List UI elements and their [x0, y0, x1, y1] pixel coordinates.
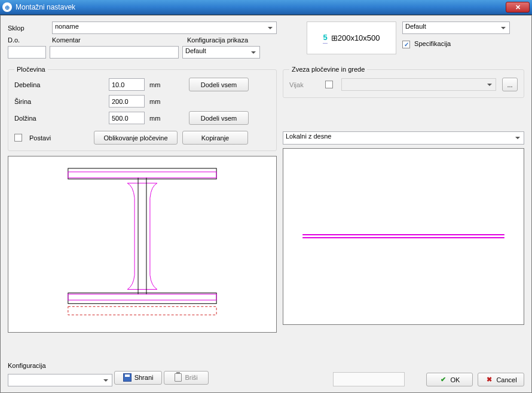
- sklop-combo[interactable]: noname: [52, 22, 277, 34]
- konfig-label: Konfiguracija: [8, 362, 229, 369]
- side-canvas: [283, 148, 524, 325]
- do-input[interactable]: [8, 46, 46, 59]
- debelina-input[interactable]: [109, 78, 145, 91]
- sirina-input[interactable]: [109, 95, 145, 108]
- status-box: [333, 372, 405, 386]
- close-button[interactable]: ✕: [506, 2, 530, 13]
- ok-button[interactable]: ✔ OK: [426, 373, 473, 386]
- shrani-button[interactable]: Shrani: [114, 371, 162, 385]
- app-icon: ⊕: [2, 2, 12, 12]
- spec-label: Specifikacija: [414, 40, 451, 47]
- svg-rect-2: [68, 172, 216, 178]
- dolzina-input[interactable]: [109, 112, 145, 124]
- oblikovanje-button[interactable]: Oblikovanje pločevine: [94, 131, 178, 145]
- dodeli-vsem-1-button[interactable]: Dodeli vsem: [189, 78, 249, 91]
- vijak-label: Vijak: [289, 81, 319, 88]
- plocevina-group: Pločevina Debelina mm Dodeli vsem Širina…: [8, 66, 277, 151]
- svg-rect-1: [68, 293, 216, 303]
- dolzina-label: Dolžina: [14, 115, 104, 122]
- kopiranje-button[interactable]: Kopiranje: [182, 131, 248, 145]
- trash-icon: [175, 373, 182, 382]
- preview-box: 5 ⊞200x10x500: [307, 22, 396, 54]
- window-title: Montažni nastavek: [16, 3, 506, 11]
- konfig-combo[interactable]: [8, 374, 112, 386]
- vijak-combo: [341, 78, 496, 91]
- section-canvas: [8, 156, 277, 333]
- do-label: D.o.: [8, 36, 48, 44]
- brisi-button[interactable]: Briši: [164, 371, 209, 385]
- sirina-unit: mm: [149, 98, 167, 105]
- dodeli-vsem-2-button[interactable]: Dodeli vsem: [189, 111, 249, 125]
- check-icon: ✔: [439, 376, 448, 384]
- dolzina-unit: mm: [149, 115, 167, 122]
- vijak-more-button[interactable]: ...: [502, 78, 518, 91]
- sirina-label: Širina: [14, 98, 104, 105]
- konfig-prikaza-combo[interactable]: Default: [182, 46, 260, 59]
- postavi-checkbox[interactable]: [14, 134, 22, 142]
- svg-rect-0: [68, 168, 216, 179]
- konfig-prikaza-label: Konfiguracija prikaza: [187, 36, 248, 44]
- cancel-button[interactable]: ✖ Cancel: [478, 373, 524, 386]
- debelina-unit: mm: [149, 81, 167, 88]
- cancel-icon: ✖: [485, 376, 493, 384]
- spec-checkbox[interactable]: [402, 41, 410, 48]
- komentar-input[interactable]: [50, 46, 179, 59]
- postavi-label: Postavi: [29, 134, 89, 142]
- save-icon: [123, 373, 132, 382]
- svg-rect-3: [68, 294, 216, 300]
- preview-index: 5: [323, 33, 327, 44]
- komentar-label: Komentar: [52, 36, 184, 44]
- svg-rect-6: [68, 306, 216, 315]
- type-combo[interactable]: Default: [402, 22, 510, 34]
- debelina-label: Debelina: [14, 81, 104, 88]
- zveza-group: Zveza pločevine in grede Vijak ...: [283, 66, 524, 98]
- vijak-checkbox[interactable]: [325, 81, 333, 88]
- coord-combo[interactable]: Lokalni z desne: [283, 131, 524, 145]
- plocevina-legend: Pločevina: [14, 66, 48, 73]
- zveza-legend: Zveza pločevine in grede: [289, 66, 367, 73]
- sklop-label: Sklop: [8, 24, 48, 32]
- preview-dims: ⊞200x10x500: [331, 33, 380, 42]
